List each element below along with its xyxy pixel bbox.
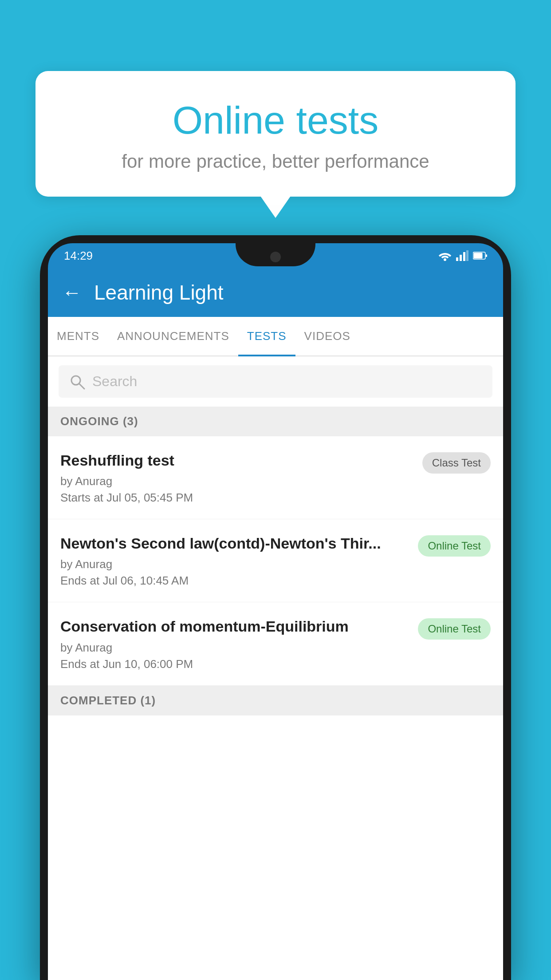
test-time: Starts at Jul 05, 05:45 PM	[60, 491, 413, 505]
app-bar: ← Learning Light	[48, 268, 503, 317]
tabs-bar: MENTS ANNOUNCEMENTS TESTS VIDEOS	[48, 317, 503, 356]
test-badge-online: Online Test	[418, 535, 491, 557]
search-container: Search	[48, 356, 503, 407]
test-time-value: Jul 06, 10:45 AM	[102, 574, 189, 587]
svg-rect-7	[486, 254, 487, 257]
svg-rect-4	[466, 250, 468, 261]
promo-card: Online tests for more practice, better p…	[35, 71, 516, 197]
test-time: Ends at Jun 10, 06:00 PM	[60, 657, 409, 671]
notch	[236, 243, 315, 266]
test-time-label: Starts at	[60, 491, 103, 504]
test-author: by Anurag	[60, 641, 409, 655]
svg-rect-2	[460, 255, 462, 261]
promo-title: Online tests	[58, 98, 493, 143]
phone-time: 14:29	[64, 249, 93, 263]
tab-tests[interactable]: TESTS	[238, 317, 295, 356]
phone-frame: 14:29	[40, 235, 511, 980]
test-item-content: Newton's Second law(contd)-Newton's Thir…	[60, 533, 418, 588]
test-time-label: Ends at	[60, 657, 99, 671]
svg-line-9	[79, 383, 84, 389]
camera	[270, 252, 281, 262]
test-item-content: Reshuffling test by Anurag Starts at Jul…	[60, 450, 422, 505]
ongoing-section-header: ONGOING (3)	[48, 407, 503, 436]
svg-rect-6	[474, 253, 483, 259]
search-input-wrap[interactable]: Search	[59, 365, 492, 398]
search-placeholder-text: Search	[92, 373, 137, 390]
back-button[interactable]: ←	[62, 281, 82, 304]
tab-videos[interactable]: VIDEOS	[295, 317, 359, 356]
test-time-value: Jul 05, 05:45 PM	[106, 491, 193, 504]
status-bar: 14:29	[48, 243, 503, 268]
test-badge-class: Class Test	[422, 452, 491, 474]
battery-icon	[473, 251, 487, 260]
test-author: by Anurag	[60, 474, 413, 488]
test-time-label: Ends at	[60, 574, 99, 587]
test-item[interactable]: Newton's Second law(contd)-Newton's Thir…	[48, 519, 503, 602]
test-item[interactable]: Conservation of momentum-Equilibrium by …	[48, 602, 503, 685]
svg-rect-3	[463, 252, 465, 261]
svg-rect-1	[456, 257, 458, 261]
wifi-icon	[438, 250, 452, 261]
test-title: Conservation of momentum-Equilibrium	[60, 616, 409, 636]
test-time-value: Jun 10, 06:00 PM	[102, 657, 193, 671]
test-list: Reshuffling test by Anurag Starts at Jul…	[48, 436, 503, 980]
test-title: Newton's Second law(contd)-Newton's Thir…	[60, 533, 409, 553]
tab-announcements[interactable]: ANNOUNCEMENTS	[108, 317, 238, 356]
tab-ments[interactable]: MENTS	[48, 317, 108, 356]
status-icons	[438, 250, 487, 261]
app-title: Learning Light	[94, 281, 224, 304]
phone-screen: ← Learning Light MENTS ANNOUNCEMENTS TES…	[48, 268, 503, 980]
promo-subtitle: for more practice, better performance	[58, 151, 493, 172]
test-item[interactable]: Reshuffling test by Anurag Starts at Jul…	[48, 436, 503, 519]
test-item-content: Conservation of momentum-Equilibrium by …	[60, 616, 418, 671]
svg-point-0	[444, 258, 446, 261]
test-badge-online: Online Test	[418, 618, 491, 640]
test-time: Ends at Jul 06, 10:45 AM	[60, 574, 409, 588]
signal-icon	[456, 250, 468, 261]
search-icon	[69, 374, 85, 390]
test-title: Reshuffling test	[60, 450, 413, 470]
completed-section-header: COMPLETED (1)	[48, 686, 503, 715]
test-author: by Anurag	[60, 557, 409, 571]
